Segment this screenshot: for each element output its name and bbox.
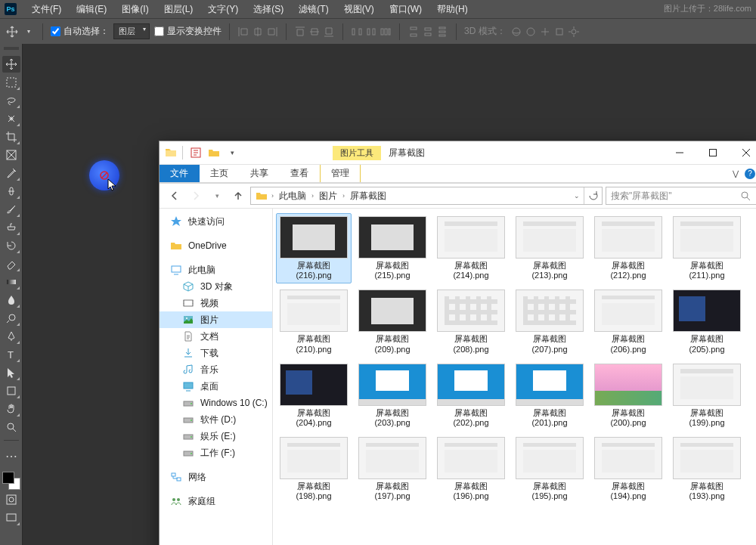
sidebar-item[interactable]: Windows 10 (C:) [160,395,272,411]
history-brush-tool[interactable] [2,237,20,254]
minimize-button[interactable] [663,141,696,164]
sidebar-item[interactable]: 软件 (D:) [160,411,272,428]
ps-canvas-area[interactable]: ▾ 图片工具 屏幕截图 文件 主页 共享 查看 管理 ⋁ ? [23,44,756,545]
ps-menu-item[interactable]: 文件(F) [24,3,69,16]
file-item[interactable]: 屏幕截图(216).png [276,213,352,283]
frame-tool[interactable] [2,147,20,163]
file-item[interactable]: 屏幕截图(199).png [669,361,745,431]
quick-select-tool[interactable] [2,110,20,127]
blur-tool[interactable] [2,292,20,308]
move-tool[interactable] [2,56,20,73]
pen-tool[interactable] [2,328,20,345]
sidebar-item[interactable]: 图片 [160,311,272,328]
file-item[interactable]: 屏幕截图(194).png [590,434,666,504]
explorer-titlebar[interactable]: ▾ 图片工具 屏幕截图 [160,141,756,164]
crop-tool[interactable] [2,129,20,145]
nav-up-button[interactable] [229,187,247,205]
type-tool[interactable]: T [2,346,20,363]
file-item[interactable]: 屏幕截图(197).png [355,434,430,504]
ps-menu-item[interactable]: 编辑(E) [69,3,114,16]
file-item[interactable]: 屏幕截图(203).png [355,361,430,431]
file-item[interactable]: 屏幕截图(205).png [669,286,745,357]
file-item[interactable]: 屏幕截图(201).png [512,361,587,431]
color-swatches[interactable] [2,472,20,490]
breadcrumb-seg[interactable]: 此电脑 [277,190,308,203]
nav-back-button[interactable] [166,187,184,205]
ribbon-expand-icon[interactable]: ⋁ [733,169,739,178]
sidebar-onedrive[interactable]: OneDrive [160,237,272,254]
file-item[interactable]: 屏幕截图(195).png [512,434,587,504]
screen-mode-button[interactable] [2,509,20,526]
file-item[interactable]: 屏幕截图(211).png [669,213,745,283]
ps-menu-item[interactable]: 滤镜(T) [291,3,336,16]
file-item[interactable]: 屏幕截图(202).png [433,361,509,431]
tab-home[interactable]: 主页 [200,165,240,182]
file-item[interactable]: 屏幕截图(200).png [590,361,666,431]
sidebar-item[interactable]: 音乐 [160,361,272,378]
tab-view[interactable]: 查看 [280,165,320,182]
address-bar[interactable]: › 此电脑 › 图片 › 屏幕截图 ⌄ [250,187,603,205]
sidebar-item[interactable]: 下载 [160,345,272,361]
tab-manage[interactable]: 管理 [320,165,361,182]
sidebar-item[interactable]: 视频 [160,295,272,311]
zoom-tool[interactable] [2,419,20,435]
ps-menu-item[interactable]: 文字(Y) [200,3,246,16]
maximize-button[interactable] [696,141,730,164]
marquee-tool[interactable] [2,74,20,91]
sidebar-homegroup[interactable]: 家庭组 [160,493,272,509]
sidebar-quick-access[interactable]: 快速访问 [160,213,272,230]
qat-properties-button[interactable] [187,144,204,161]
path-select-tool[interactable] [2,364,20,381]
refresh-button[interactable] [584,187,602,204]
edit-toolbar-button[interactable]: ⋯ [2,447,20,464]
auto-select-target-select[interactable]: 图层 [113,23,150,39]
show-transform-checkbox[interactable]: 显示变换控件 [154,25,222,38]
search-input[interactable]: 搜索"屏幕截图" [606,187,756,205]
shape-tool[interactable] [2,382,20,399]
nav-recent-button[interactable]: ▾ [208,187,226,205]
breadcrumb-seg[interactable]: 图片 [318,190,339,203]
file-item[interactable]: 屏幕截图(204).png [276,361,352,431]
sidebar-item[interactable]: 娱乐 (E:) [160,428,272,444]
gradient-tool[interactable] [2,274,20,290]
file-item[interactable]: 屏幕截图(206).png [590,286,666,357]
qat-new-folder-button[interactable] [206,144,222,161]
fg-color-swatch[interactable] [2,472,14,484]
file-item[interactable]: 屏幕截图(212).png [590,213,666,283]
sidebar-this-pc[interactable]: 此电脑 [160,262,272,278]
file-item[interactable]: 屏幕截图(209).png [355,286,430,357]
file-item[interactable]: 屏幕截图(196).png [433,434,509,504]
ps-menu-item[interactable]: 窗口(W) [382,3,429,16]
ps-menu-item[interactable]: 选择(S) [246,3,291,16]
help-icon[interactable]: ? [745,169,755,179]
eraser-tool[interactable] [2,255,20,272]
clone-stamp-tool[interactable] [2,219,20,236]
auto-select-checkbox[interactable]: 自动选择： [51,25,109,38]
breadcrumb-seg[interactable]: 屏幕截图 [349,190,388,203]
dropdown-icon[interactable]: ▾ [23,26,35,38]
file-item[interactable]: 屏幕截图(215).png [355,213,430,283]
file-list[interactable]: 屏幕截图(216).png屏幕截图(215).png屏幕截图(214).png屏… [273,209,756,545]
file-item[interactable]: 屏幕截图(214).png [433,213,509,283]
nav-forward-button[interactable] [187,187,205,205]
sidebar-network[interactable]: 网络 [160,469,272,485]
hand-tool[interactable] [2,401,20,417]
sidebar-item[interactable]: 工作 (F:) [160,444,272,461]
qat-dropdown-button[interactable]: ▾ [224,144,240,161]
sidebar-item[interactable]: 3D 对象 [160,278,272,295]
ps-menu-item[interactable]: 图像(I) [114,3,156,16]
ps-menu-item[interactable]: 视图(V) [336,3,382,16]
address-dropdown-icon[interactable]: ⌄ [572,192,582,200]
file-item[interactable]: 屏幕截图(208).png [433,286,509,357]
dodge-tool[interactable] [2,310,20,327]
lasso-tool[interactable] [2,92,20,109]
sidebar-item[interactable]: 桌面 [160,378,272,395]
healing-brush-tool[interactable] [2,183,20,200]
file-item[interactable]: 屏幕截图(213).png [512,213,587,283]
ps-menu-item[interactable]: 图层(L) [156,3,201,16]
tab-share[interactable]: 共享 [240,165,280,182]
file-item[interactable]: 屏幕截图(198).png [276,434,352,504]
file-item[interactable]: 屏幕截图(210).png [276,286,352,357]
file-item[interactable]: 屏幕截图(193).png [669,434,745,504]
tab-file[interactable]: 文件 [160,165,200,182]
